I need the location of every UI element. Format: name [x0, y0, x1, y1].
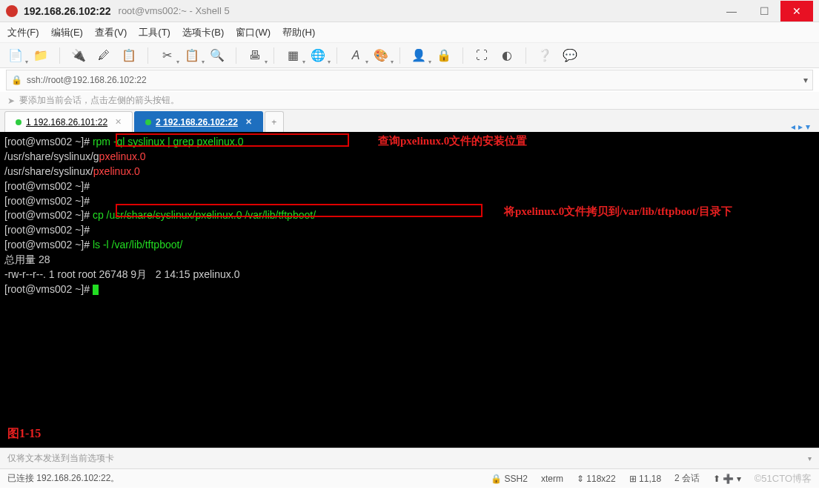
- tab-label: 1 192.168.26.101:22: [26, 117, 107, 127]
- prompt: [root@vms002 ~]#: [4, 283, 93, 295]
- tab-next-icon[interactable]: ▸: [798, 122, 803, 132]
- status-terminal-type: xterm: [541, 474, 563, 484]
- paste-button[interactable]: 📋: [182, 46, 202, 65]
- output-prefix: /usr/share/syslinux/: [4, 165, 93, 177]
- help-button[interactable]: ❔: [535, 46, 554, 65]
- toolbar: 📄 📁 🔌 🖉 📋 ✂ 📋 🔍 🖶 ▦ 🌐 A 🎨 👤 🔒 ⛶ ◐ ❔ 💬: [0, 43, 819, 68]
- status-sessions: 2 会话: [674, 472, 700, 485]
- statusbar: 已连接 192.168.26.102:22。 🔒 SSH2 xterm ⇕ 11…: [0, 468, 819, 488]
- maximize-button[interactable]: ☐: [748, 1, 780, 21]
- window-title-main: 192.168.26.102:22: [24, 5, 111, 17]
- menu-file[interactable]: 文件(F): [7, 26, 39, 39]
- output-highlight: pxelinux.0: [99, 150, 146, 162]
- encoding-button[interactable]: 🌐: [308, 46, 328, 65]
- tab-close-icon[interactable]: ✕: [115, 117, 122, 127]
- terminal[interactable]: [root@vms002 ~]# rpm -ql syslinux | grep…: [0, 132, 819, 448]
- hintbar: ➤ 要添加当前会话，点击左侧的箭头按钮。: [0, 92, 819, 110]
- status-nav[interactable]: ⬆ ➕ ▾: [713, 474, 741, 484]
- status-dot-icon: [16, 119, 21, 125]
- tab-session-1[interactable]: 1 192.168.26.101:22 ✕: [4, 111, 133, 132]
- annotation-label-2: 将pxelinux.0文件拷贝到/var/lib/tftpboot/目录下: [504, 204, 732, 219]
- chat-button[interactable]: 💬: [560, 46, 580, 65]
- titlebar: 192.168.26.102:22 root@vms002:~ - Xshell…: [0, 0, 819, 22]
- prompt: [root@vms002 ~]#: [4, 136, 93, 147]
- prompt: [root@vms002 ~]#: [4, 239, 93, 251]
- send-bar[interactable]: 仅将文本发送到当前选项卡 ▾: [0, 448, 819, 468]
- menu-view[interactable]: 查看(V): [95, 26, 127, 39]
- menu-edit[interactable]: 编辑(E): [51, 26, 83, 39]
- color-button[interactable]: 🎨: [371, 46, 391, 65]
- new-session-button[interactable]: 📄: [6, 46, 25, 65]
- separator: [59, 47, 60, 64]
- find-button[interactable]: 🔍: [208, 46, 227, 65]
- lock-icon: 🔒: [11, 75, 22, 85]
- hint-text: 要添加当前会话，点击左侧的箭头按钮。: [19, 94, 179, 107]
- print-button[interactable]: 🖶: [245, 46, 265, 65]
- tab-prev-icon[interactable]: ◂: [791, 122, 795, 132]
- tab-session-2[interactable]: 2 192.168.26.102:22 ✕: [134, 111, 263, 132]
- status-size: ⇕ 118x22: [577, 474, 616, 484]
- menu-window[interactable]: 窗口(W): [236, 26, 271, 39]
- output: 总用量 28: [4, 253, 50, 265]
- window-title-sub: root@vms002:~ - Xshell 5: [119, 5, 230, 16]
- menubar: 文件(F) 编辑(E) 查看(V) 工具(T) 选项卡(B) 窗口(W) 帮助(…: [0, 22, 819, 43]
- tab-nav: ◂ ▸ ▾: [791, 122, 815, 132]
- tab-close-icon[interactable]: ✕: [245, 117, 252, 127]
- cursor: [93, 285, 99, 295]
- annotation-box-1: [116, 133, 349, 147]
- annotation-box-2: [116, 204, 483, 217]
- properties-button[interactable]: 📋: [119, 46, 139, 65]
- tab-add-button[interactable]: +: [265, 111, 284, 132]
- address-dropdown-icon[interactable]: ▾: [803, 75, 808, 85]
- open-button[interactable]: 📁: [31, 46, 50, 65]
- copy-button[interactable]: ✂: [157, 46, 176, 65]
- separator: [273, 47, 274, 64]
- send-bar-dropdown-icon[interactable]: ▾: [808, 454, 812, 462]
- prompt: [root@vms002 ~]#: [4, 224, 90, 236]
- separator: [236, 47, 236, 64]
- separator: [147, 47, 148, 64]
- fullscreen-button[interactable]: ⛶: [472, 46, 491, 65]
- separator: [462, 47, 463, 64]
- window-controls: — ☐ ✕: [715, 1, 813, 21]
- menu-tools[interactable]: 工具(T): [139, 26, 170, 39]
- output-highlight: pxelinux.0: [93, 165, 140, 177]
- prompt: [root@vms002 ~]#: [4, 209, 93, 221]
- tab-label: 2 192.168.26.102:22: [156, 117, 238, 127]
- lock-button[interactable]: 🔒: [434, 46, 454, 65]
- app-icon: [6, 5, 18, 17]
- session-tabs: 1 192.168.26.101:22 ✕ 2 192.168.26.102:2…: [0, 110, 819, 132]
- figure-label: 图1-15: [7, 425, 41, 442]
- reconnect-button[interactable]: 🔌: [69, 46, 88, 65]
- annotation-label-1: 查询pxelinux.0文件的安装位置: [378, 133, 527, 148]
- prompt: [root@vms002 ~]#: [4, 195, 90, 207]
- status-connection: 已连接 192.168.26.102:22。: [7, 472, 119, 485]
- send-bar-text: 仅将文本发送到当前选项卡: [7, 452, 114, 465]
- disconnect-button[interactable]: 🖉: [94, 46, 113, 65]
- addressbar[interactable]: 🔒 ssh://root@192.168.26.102:22 ▾: [6, 70, 813, 90]
- layout-button[interactable]: ▦: [283, 46, 302, 65]
- prompt: [root@vms002 ~]#: [4, 180, 90, 192]
- menu-tab[interactable]: 选项卡(B): [182, 26, 224, 39]
- output: -rw-r--r--. 1 root root 26748 9月 2 14:15…: [4, 268, 239, 280]
- watermark: ©51CTO博客: [755, 472, 812, 485]
- address-text: ssh://root@192.168.26.102:22: [27, 75, 147, 85]
- hint-arrow-icon[interactable]: ➤: [7, 96, 15, 106]
- tab-list-icon[interactable]: ▾: [806, 122, 810, 132]
- status-cursor-pos: ⊞ 11,18: [629, 474, 661, 484]
- separator: [336, 47, 337, 64]
- separator: [525, 47, 526, 64]
- profile-button[interactable]: 👤: [409, 46, 428, 65]
- command: ls -l /var/lib/tftpboot/: [93, 239, 182, 251]
- font-button[interactable]: A: [346, 46, 365, 65]
- close-button[interactable]: ✕: [780, 1, 813, 21]
- transparency-button[interactable]: ◐: [497, 46, 517, 65]
- status-protocol: 🔒 SSH2: [491, 474, 528, 484]
- separator: [399, 47, 400, 64]
- minimize-button[interactable]: —: [715, 1, 748, 21]
- menu-help[interactable]: 帮助(H): [282, 26, 315, 39]
- output-prefix: /usr/share/syslinux/g: [4, 150, 99, 162]
- status-dot-icon: [145, 119, 151, 125]
